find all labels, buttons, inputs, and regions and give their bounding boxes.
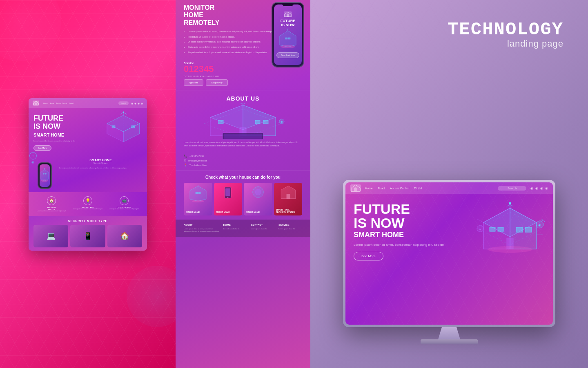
security-mode-section: SECURITY MODE TYPE 💻 📱 🏠 [29, 216, 147, 251]
card-2-label: SMART HOME [216, 211, 241, 213]
svg-rect-39 [224, 134, 262, 139]
security-mode-title: SECURITY MODE TYPE [33, 220, 142, 222]
cctv-icon: 📹 [120, 196, 129, 205]
middle-phone-container: FUTUREIS NOW Download Now [272, 2, 304, 67]
check-section: Check what your house can do for you S [176, 171, 310, 220]
nav-access[interactable]: Access Control [56, 102, 67, 104]
mockup-social: ◉◉◉◉ [131, 102, 143, 105]
hero-smart-home: SMART HOME [33, 132, 64, 137]
lamp-desc: Lorem ipsum dolor sit amet, consectetur … [73, 209, 102, 210]
card-1-label: SMART HOME [186, 211, 210, 213]
footer-col-service: SERVICE Lorem Ipsum Dolor Sit [278, 224, 302, 233]
icon-cctv: 📹 CCTV CONTROL Lorem ipsum dolor sit ame… [109, 196, 139, 212]
monitor-frame: Home About Access Control Digital Search… [343, 180, 555, 352]
card-4-content [274, 183, 303, 204]
security-icon: 🏠 [47, 196, 56, 205]
mockup-search[interactable]: Search [118, 101, 129, 105]
svg-rect-42 [198, 192, 200, 194]
smart-card-2: SMART HOME [214, 183, 243, 215]
svg-point-10 [123, 112, 124, 113]
smart-card-3: SMART HOME [244, 183, 272, 215]
footer-service-title: SERVICE [278, 224, 302, 226]
footer-about-text: Lorem ipsum dolor sit amet, consectetur … [184, 228, 219, 233]
tech-title-area: TECHNOLOGY landing page [448, 20, 564, 49]
svg-marker-1 [147, 4, 172, 23]
security-desc: Lorem ipsum dolor sit amet, consectetur … [37, 211, 66, 212]
cctv-desc: Lorem ipsum dolor sit amet, consectetur … [109, 209, 139, 210]
card-3-label: SMART HOME [246, 211, 270, 213]
monitor-outer: Home About Access Control Digital Search… [343, 180, 555, 327]
mode-card-3: 🏠 [107, 225, 142, 247]
smart-card-1: SMART HOME [184, 183, 212, 215]
footer-col-home: HOME Lorem Ipsum Dolor Sit [223, 224, 247, 233]
mockup-logo [33, 101, 39, 105]
mockup-nav: Home About Access Control Digital Search… [29, 98, 147, 108]
google-play-btn[interactable]: Google Play [206, 79, 227, 86]
hero-cta-btn[interactable]: See More [33, 145, 51, 151]
svg-point-16 [44, 168, 45, 168]
svg-rect-21 [285, 38, 287, 39]
nav-home[interactable]: Home [43, 102, 48, 104]
security-text-area: SMART HOME Security System Lorem ipsum d… [59, 158, 142, 169]
svg-rect-17 [43, 173, 45, 174]
phone-download-btn[interactable]: Download Now [276, 52, 299, 58]
location-icon: 📍 [184, 164, 187, 167]
hex-decoration-top [127, 4, 176, 45]
left-panel: Home About Access Control Digital Search… [0, 0, 176, 368]
phone-screen-logo [284, 11, 292, 17]
about-text: Lorem ipsum dolor sit amet, consectetur … [184, 141, 302, 147]
about-title: ABOUT US [184, 95, 302, 102]
mode-card-1: 💻 [33, 225, 68, 247]
svg-rect-30 [255, 120, 260, 124]
nav-digital[interactable]: Digital [69, 102, 74, 104]
svg-rect-51 [286, 194, 290, 199]
app-store-btn[interactable]: App Store [184, 79, 203, 86]
footer-contact-title: CONTACT [251, 224, 274, 226]
mockup-hero: FUTURE IS NOW SMART HOME Lorem ipsum dol… [29, 108, 147, 155]
phone-icon: 📞 [184, 155, 187, 158]
card-2-content [214, 183, 243, 206]
mockup-phone-area: ○ ◉ [33, 158, 56, 189]
footer-home-text: Lorem Ipsum Dolor Sit [223, 228, 247, 230]
download-label: DOWNLOAD AVAILABLE ON [184, 75, 302, 78]
float-item-1: ◉ [31, 160, 34, 164]
tech-subtitle: landing page [448, 38, 564, 49]
middle-panel-full: MONITOR HOME REMOTELY FUTUREI [176, 0, 310, 368]
check-title: Check what your house can do for you [184, 175, 302, 180]
mode-card-2-img: 📱 [70, 225, 105, 247]
security-subtitle: Security System [59, 162, 142, 164]
card-3-content [244, 183, 272, 204]
svg-rect-22 [288, 38, 290, 39]
desktop-mockup: Home About Access Control Digital Search… [327, 114, 572, 352]
svg-rect-32 [218, 120, 223, 124]
about-house-illustration: ◉ [184, 105, 302, 138]
phone-screen [40, 164, 50, 187]
footer-contact-text: Lorem Ipsum Dolor Sit [251, 228, 274, 230]
mode-cards: 💻 📱 🏠 [33, 225, 142, 247]
monitor-stand [437, 327, 461, 339]
svg-rect-46 [225, 188, 230, 196]
footer-col-contact: CONTACT Lorem Ipsum Dolor Sit [251, 224, 274, 233]
smart-card-4: SMART HOME Security System [274, 183, 303, 215]
svg-point-47 [227, 197, 229, 198]
svg-text:◉: ◉ [281, 120, 283, 123]
footer-home-title: HOME [223, 224, 247, 226]
nav-about[interactable]: About [50, 102, 54, 104]
monitor-section: MONITOR HOME REMOTELY FUTUREI [176, 0, 310, 58]
middle-phone-screen: FUTUREIS NOW Download Now [274, 4, 302, 65]
middle-footer: ABOUT Lorem ipsum dolor sit amet, consec… [176, 220, 310, 237]
svg-rect-41 [196, 192, 198, 194]
icon-security: 🏠 SECURITY SYSTEM Lorem ipsum dolor sit … [37, 196, 66, 212]
svg-marker-53 [341, 16, 382, 51]
svg-point-19 [41, 180, 48, 182]
svg-point-24 [287, 29, 288, 29]
svg-point-44 [192, 200, 204, 202]
download-buttons: App Store Google Play [184, 79, 302, 86]
mockup-icons-row: 🏠 SECURITY SYSTEM Lorem ipsum dolor sit … [29, 192, 147, 216]
mode-card-2: 📱 [70, 225, 105, 247]
mode-card-1-img: 💻 [33, 225, 68, 247]
lamp-icon: 💡 [83, 196, 92, 205]
security-title: SMART HOME [59, 158, 142, 162]
security-body-text: Lorem ipsum dolor sit amet, consectetur … [59, 167, 142, 169]
about-section: ABOUT US [176, 90, 310, 152]
